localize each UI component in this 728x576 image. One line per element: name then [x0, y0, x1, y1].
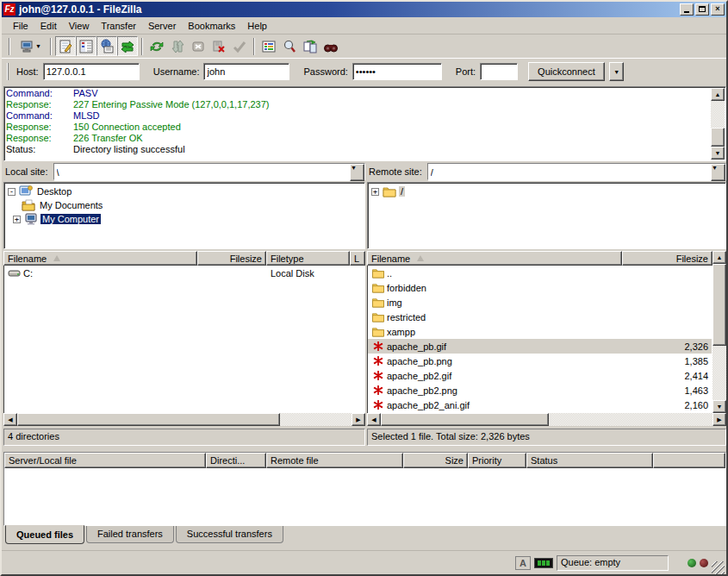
scroll-up-icon[interactable]: ▲ — [711, 88, 725, 101]
toggle-remote-treeview-button[interactable] — [96, 36, 117, 56]
column-header-filetype[interactable]: Filetype — [266, 251, 350, 266]
file-row[interactable]: .. — [368, 266, 712, 280]
column-header-server-local-file[interactable]: Server/Local file — [4, 453, 206, 468]
remote-tree[interactable]: + / — [367, 182, 726, 249]
message-log[interactable]: Command:PASV Response:227 Entering Passi… — [3, 86, 726, 161]
tab-successful-transfers[interactable]: Successful transfers — [176, 526, 283, 543]
refresh-button[interactable] — [146, 36, 167, 56]
column-header-filesize[interactable]: Filesize — [197, 251, 266, 266]
minimize-button[interactable] — [680, 3, 694, 16]
close-button[interactable]: × — [711, 3, 725, 16]
column-header-direction[interactable]: Directi... — [206, 453, 266, 468]
menu-view[interactable]: View — [63, 19, 96, 33]
process-queue-button[interactable] — [167, 36, 188, 56]
column-header-remote-file[interactable]: Remote file — [266, 453, 403, 468]
tree-item-root[interactable]: + / — [368, 185, 725, 198]
tab-queued-files[interactable]: Queued files — [5, 525, 84, 544]
password-input[interactable] — [352, 63, 442, 80]
remote-site-input[interactable] — [428, 164, 711, 181]
file-row-selected[interactable]: apache_pb.gif 2,326 — [368, 339, 712, 354]
scroll-right-icon[interactable]: ▶ — [712, 413, 726, 426]
file-row[interactable]: restricted — [368, 310, 712, 324]
find-files-button[interactable] — [279, 36, 300, 56]
tree-item-desktop[interactable]: - Desktop — [4, 185, 364, 198]
scroll-right-icon[interactable]: ▶ — [352, 413, 365, 426]
username-input[interactable] — [203, 63, 289, 80]
menu-transfer[interactable]: Transfer — [95, 19, 142, 33]
image-file-icon — [371, 341, 385, 352]
column-header-filename[interactable]: Filename — [367, 251, 622, 266]
file-row[interactable]: apache_pb2.gif 2,414 — [368, 368, 712, 383]
collapse-icon[interactable]: - — [8, 188, 16, 196]
synchronized-browsing-button[interactable] — [320, 36, 341, 56]
quickconnect-dropdown-button[interactable]: ▼ — [609, 62, 624, 81]
queue-list[interactable] — [4, 468, 725, 525]
scrollbar-thumb[interactable] — [381, 413, 549, 426]
file-row[interactable]: xampp — [368, 324, 712, 339]
log-scrollbar[interactable]: ▲ ▼ — [711, 88, 725, 160]
directory-comparison-button[interactable] — [300, 36, 320, 56]
transfer-type-indicator-icon[interactable]: A — [515, 556, 531, 570]
local-tree[interactable]: - Desktop My Documents + — [3, 182, 365, 249]
column-header-filesize[interactable]: Filesize — [622, 251, 712, 266]
menu-help[interactable]: Help — [241, 19, 273, 33]
expand-icon[interactable]: + — [371, 188, 379, 196]
speed-limits-icon[interactable] — [534, 558, 553, 568]
host-input[interactable] — [43, 63, 140, 80]
port-input[interactable] — [480, 63, 518, 80]
queue-status: Queue: empty — [557, 555, 669, 571]
local-file-list[interactable]: C: Local Disk — [3, 266, 365, 413]
reconnect-button[interactable] — [229, 36, 250, 56]
local-site-input[interactable] — [54, 164, 350, 181]
toggle-local-treeview-button[interactable] — [76, 36, 96, 56]
scrollbar-thumb[interactable] — [17, 413, 280, 426]
site-manager-button[interactable]: ▼ — [14, 36, 47, 56]
toggle-transfer-queue-button[interactable] — [117, 36, 138, 56]
column-header-priority[interactable]: Priority — [468, 453, 526, 468]
menu-bar: File Edit View Transfer Server Bookmarks… — [2, 17, 726, 34]
column-header-lastmodified[interactable]: L — [350, 251, 365, 266]
scroll-left-icon[interactable]: ◀ — [3, 413, 17, 426]
toggle-message-log-button[interactable] — [55, 36, 76, 56]
tree-item-my-computer[interactable]: + My Computer — [4, 212, 364, 226]
file-row[interactable]: apache_pb2.png 1,463 — [368, 383, 712, 398]
file-row[interactable]: apache_pb2_ani.gif 2,160 — [368, 398, 712, 412]
menu-bookmarks[interactable]: Bookmarks — [182, 19, 241, 33]
tree-item-my-documents[interactable]: My Documents — [4, 198, 364, 212]
scroll-left-icon[interactable]: ◀ — [367, 413, 381, 426]
local-site-dropdown-button[interactable]: ▼ — [350, 164, 364, 181]
scrollbar-thumb[interactable] — [711, 128, 725, 147]
scrollbar-thumb[interactable] — [712, 264, 726, 346]
resize-grip[interactable] — [712, 561, 725, 574]
column-header-filename[interactable]: Filename — [3, 251, 197, 266]
log-line: Command:PASV — [6, 88, 711, 99]
file-row[interactable]: C: Local Disk — [4, 266, 364, 280]
filter-button[interactable] — [258, 36, 279, 56]
remote-site-combo[interactable]: ▼ — [427, 163, 726, 180]
menu-server[interactable]: Server — [142, 19, 182, 33]
remote-file-list[interactable]: .. forbidden img restricted xampp apac — [367, 266, 712, 413]
maximize-button[interactable] — [695, 3, 709, 16]
toolbar: ▼ — [2, 34, 726, 58]
file-row[interactable]: forbidden — [368, 280, 712, 295]
column-header-status[interactable]: Status — [526, 453, 653, 468]
remote-vertical-scrollbar[interactable]: ▲ ▼ — [712, 251, 726, 413]
menu-edit[interactable]: Edit — [34, 19, 63, 33]
remote-horizontal-scrollbar[interactable]: ◀ ▶ — [367, 413, 726, 426]
column-header-size[interactable]: Size — [403, 453, 468, 468]
file-row[interactable]: img — [368, 295, 712, 310]
cancel-operation-button[interactable] — [188, 36, 208, 56]
local-horizontal-scrollbar[interactable]: ◀ ▶ — [3, 413, 365, 426]
quickconnect-button[interactable]: Quickconnect — [528, 62, 605, 81]
expand-icon[interactable]: + — [13, 216, 21, 223]
scroll-down-icon[interactable]: ▼ — [712, 400, 726, 413]
tab-failed-transfers[interactable]: Failed transfers — [86, 526, 174, 543]
scroll-up-icon[interactable]: ▲ — [712, 251, 726, 264]
disconnect-button[interactable] — [208, 36, 229, 56]
scroll-down-icon[interactable]: ▼ — [711, 147, 725, 160]
title-bar[interactable]: Fz john@127.0.0.1 - FileZilla × — [2, 2, 726, 17]
menu-file[interactable]: File — [7, 19, 34, 33]
local-site-combo[interactable]: ▼ — [53, 163, 365, 180]
remote-site-dropdown-button[interactable]: ▼ — [711, 164, 725, 181]
file-row[interactable]: apache_pb.png 1,385 — [368, 354, 712, 368]
